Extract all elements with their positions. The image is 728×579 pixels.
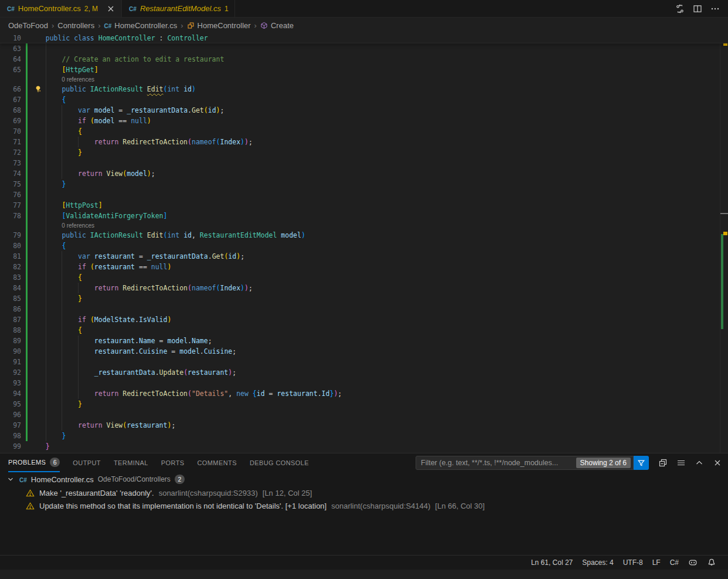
status-item-utf-8[interactable]: UTF-8	[618, 558, 648, 567]
collapse-all-icon[interactable]	[658, 458, 668, 468]
line-number[interactable]: 83	[0, 272, 21, 283]
line-number[interactable]: 91	[0, 357, 21, 367]
code-line[interactable]: 72 }	[0, 147, 728, 158]
status-item-ln-61-col-27[interactable]: Ln 61, Col 27	[526, 558, 577, 567]
breadcrumb-item-odetofood[interactable]: OdeToFood	[8, 21, 48, 30]
line-number[interactable]: 98	[0, 431, 21, 441]
code-line[interactable]: 74 return View(model);	[0, 168, 728, 179]
filter-input[interactable]: Filter (e.g. text, **/*.ts, !**/node_mod…	[416, 456, 634, 470]
line-number[interactable]: 10	[0, 33, 21, 43]
split-editor-icon[interactable]	[693, 4, 702, 13]
line-number[interactable]: 67	[0, 94, 21, 105]
line-number[interactable]: 92	[0, 367, 21, 378]
code-editor[interactable]: 10 public class HomeController : Control…	[0, 33, 728, 453]
breadcrumb-item-homecontroller[interactable]: HomeController	[187, 21, 251, 30]
code-line[interactable]: 84 return RedirectToAction(nameof(Index)…	[0, 283, 728, 293]
panel-tab-debug-console[interactable]: DEBUG CONSOLE	[250, 453, 309, 472]
line-number[interactable]: 97	[0, 420, 21, 431]
code-line[interactable]: 85 }	[0, 293, 728, 304]
codelens-row[interactable]: 0 references	[0, 75, 728, 84]
line-number[interactable]: 78	[0, 211, 21, 221]
more-actions-icon[interactable]	[710, 4, 720, 13]
line-number[interactable]: 90	[0, 346, 21, 357]
code-line[interactable]: 98 }	[0, 431, 728, 441]
code-line[interactable]: 83 {	[0, 272, 728, 283]
code-line[interactable]: 90 restaurant.Cuisine = model.Cuisine;	[0, 346, 728, 357]
status-item-lf[interactable]: LF	[648, 558, 665, 567]
status-bell[interactable]	[702, 558, 721, 567]
code-line[interactable]: 92 _restaurantData.Update(restaurant);	[0, 367, 728, 378]
line-number[interactable]: 63	[0, 43, 21, 54]
line-number[interactable]: 74	[0, 168, 21, 179]
panel-tab-ports[interactable]: PORTS	[161, 453, 185, 472]
line-number[interactable]: 77	[0, 200, 21, 211]
tab-close-icon[interactable]	[106, 4, 115, 13]
line-number[interactable]: 86	[0, 304, 21, 314]
code-line[interactable]: 67 {	[0, 94, 728, 105]
line-number[interactable]: 68	[0, 105, 21, 116]
status-item-spaces-4[interactable]: Spaces: 4	[577, 558, 618, 567]
code-line[interactable]: 69 if (model == null)	[0, 116, 728, 126]
code-line[interactable]: 95 }	[0, 399, 728, 409]
chevron-down-icon[interactable]	[6, 475, 15, 484]
breadcrumb-item-create[interactable]: Create	[260, 21, 294, 30]
breadcrumb-item-controllers[interactable]: Controllers	[57, 21, 94, 30]
code-line[interactable]: 76	[0, 189, 728, 200]
codelens-row[interactable]: 0 references	[0, 221, 728, 230]
line-number[interactable]: 70	[0, 126, 21, 137]
code-line[interactable]: 78 [ValidateAntiForgeryToken]	[0, 211, 728, 221]
line-number[interactable]: 79	[0, 230, 21, 241]
code-line[interactable]: 10 public class HomeController : Control…	[0, 33, 728, 43]
status-item-c-[interactable]: C#	[665, 558, 683, 567]
line-number[interactable]: 93	[0, 378, 21, 388]
code-lines[interactable]: 6364 // Create an action to edit a resta…	[0, 43, 728, 453]
sticky-scroll-line[interactable]: 10 public class HomeController : Control…	[0, 33, 728, 43]
code-line[interactable]: 89 restaurant.Name = model.Name;	[0, 336, 728, 346]
code-line[interactable]: 68 var model = _restaurantData.Get(id);	[0, 105, 728, 116]
line-number[interactable]: 66	[0, 84, 21, 94]
filter-toggle-button[interactable]	[634, 456, 649, 470]
line-number[interactable]: 82	[0, 262, 21, 272]
code-line[interactable]: 66 public IActionResult Edit(int id)	[0, 84, 728, 94]
code-line[interactable]: 73	[0, 158, 728, 168]
panel-tab-problems[interactable]: PROBLEMS6	[8, 453, 60, 472]
line-number[interactable]: 89	[0, 336, 21, 346]
line-number[interactable]: 96	[0, 409, 21, 420]
line-number[interactable]: 99	[0, 441, 21, 452]
line-number[interactable]: 71	[0, 137, 21, 147]
problems-file-group[interactable]: C#HomeController.csOdeToFood/Controllers…	[0, 472, 728, 486]
line-number[interactable]: 94	[0, 388, 21, 399]
line-number[interactable]: 64	[0, 54, 21, 65]
line-number[interactable]: 85	[0, 293, 21, 304]
line-number[interactable]: 75	[0, 179, 21, 189]
code-line[interactable]: 65 [HttpGet]	[0, 65, 728, 75]
code-line[interactable]: 87 if (ModelState.IsValid)	[0, 314, 728, 325]
code-line[interactable]: 80 {	[0, 241, 728, 251]
code-line[interactable]: 94 return RedirectToAction("Details", ne…	[0, 388, 728, 399]
problem-item[interactable]: Make '_restaurantData' 'readonly'.sonarl…	[0, 486, 728, 499]
code-line[interactable]: 77 [HttpPost]	[0, 200, 728, 211]
line-number[interactable]: 100	[0, 452, 21, 453]
line-number[interactable]: 80	[0, 241, 21, 251]
line-number[interactable]: 87	[0, 314, 21, 325]
open-changes-icon[interactable]	[675, 4, 685, 13]
code-line[interactable]: 79 public IActionResult Edit(int id, Res…	[0, 230, 728, 241]
panel-tab-output[interactable]: OUTPUT	[73, 453, 101, 472]
code-line[interactable]: 100}	[0, 452, 728, 453]
code-line[interactable]: 86	[0, 304, 728, 314]
line-number[interactable]: 69	[0, 116, 21, 126]
line-number[interactable]: 84	[0, 283, 21, 293]
code-line[interactable]: 97 return View(restaurant);	[0, 420, 728, 431]
code-line[interactable]: 64 // Create an action to edit a restaur…	[0, 54, 728, 65]
line-number[interactable]: 76	[0, 189, 21, 200]
line-number[interactable]: 95	[0, 399, 21, 409]
code-line[interactable]: 99 }	[0, 441, 728, 452]
code-line[interactable]: 71 return RedirectToAction(nameof(Index)…	[0, 137, 728, 147]
view-as-table-icon[interactable]	[676, 458, 686, 468]
line-number[interactable]: 72	[0, 147, 21, 158]
editor-tab-restauranteditmodel-cs[interactable]: C#RestaurantEditModel.cs1	[122, 0, 235, 17]
codelens-references[interactable]: 0 references	[62, 76, 94, 83]
panel-tab-terminal[interactable]: TERMINAL	[114, 453, 148, 472]
line-number[interactable]: 65	[0, 65, 21, 75]
line-number[interactable]: 88	[0, 325, 21, 336]
